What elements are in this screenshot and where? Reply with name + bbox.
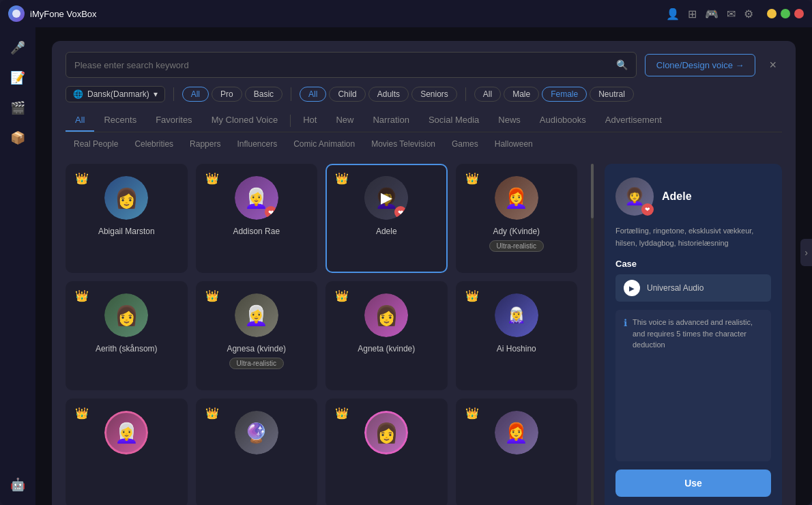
voice-card-agnesa[interactable]: 👑 👩‍🦳 Agnesa (kvinde) Ultra-realistic	[196, 281, 318, 390]
tab-hot[interactable]: Hot	[293, 109, 326, 132]
cat-halloween[interactable]: Halloween	[487, 136, 541, 152]
tab-my-cloned-voice[interactable]: My Cloned Voice	[202, 109, 288, 132]
modal-header: 🔍 Clone/Design voice → × 🌐 Dansk(Danmark…	[52, 41, 796, 156]
cat-movies-tv[interactable]: Movies Television	[363, 136, 444, 152]
window-close-button[interactable]: ✕	[794, 9, 804, 18]
main-layout: 🎤 📝 🎬 📦 🤖 🔍 Clone	[0, 27, 812, 505]
cat-influencers[interactable]: Influencers	[229, 136, 285, 152]
avatar-r2: 🔮	[235, 411, 278, 454]
sidebar-item-mic[interactable]: 🎤	[5, 35, 30, 60]
crown-icon: 👑	[75, 172, 89, 185]
avatar-addison: 👩‍🦳 ❤	[235, 176, 278, 220]
clone-design-voice-button[interactable]: Clone/Design voice →	[645, 54, 756, 76]
right-chevron-button[interactable]: ›	[800, 239, 812, 266]
voice-card-r3[interactable]: 👑 👩	[325, 399, 448, 505]
voice-grid-container[interactable]: 👑 👩 Abigail Marston 👑 👩‍🦳	[66, 164, 577, 505]
filter-seniors[interactable]: Seniors	[411, 87, 457, 102]
filter-divider-1	[173, 87, 174, 101]
svg-point-0	[12, 10, 20, 18]
use-voice-button[interactable]: Use	[615, 470, 771, 497]
minimize-button[interactable]: ─	[767, 9, 777, 18]
filter-basic[interactable]: Basic	[245, 87, 282, 102]
language-selector[interactable]: 🌐 Dansk(Danmark) ▾	[66, 86, 165, 102]
app-title: iMyFone VoxBox	[30, 9, 666, 19]
play-button[interactable]: ▶	[624, 280, 640, 296]
filter-male[interactable]: Male	[504, 87, 539, 102]
voice-name-aerith: Aerith (skånsom)	[96, 344, 158, 354]
tab-news[interactable]: News	[489, 109, 530, 132]
sidebar-item-film[interactable]: 🎬	[5, 96, 30, 120]
filter-all-tier[interactable]: All	[182, 87, 209, 102]
user-icon[interactable]: 👤	[666, 8, 680, 20]
content-area: 🔍 Clone/Design voice → × 🌐 Dansk(Danmark…	[35, 27, 812, 505]
scroll-track[interactable]	[591, 164, 594, 505]
detail-header: 👩‍🦱 ❤ Adele	[615, 177, 771, 216]
voice-card-r4[interactable]: 👑 👩‍🦰	[456, 399, 578, 505]
cat-celebrities[interactable]: Celebrities	[126, 136, 182, 152]
title-bar-controls: 👤 ⊞ 🎮 ✉ ⚙ ─ □ ✕	[666, 8, 804, 20]
crown-icon: 👑	[205, 407, 219, 420]
tab-narration[interactable]: Narration	[363, 109, 418, 132]
info-text: This voice is advanced and realistic, an…	[633, 317, 763, 454]
sidebar-item-text[interactable]: 📝	[5, 66, 30, 90]
tab-favorites[interactable]: Favorites	[146, 109, 201, 132]
sidebar-item-box[interactable]: 📦	[5, 126, 30, 150]
avatar-agnesa: 👩‍🦳	[235, 293, 278, 337]
avatar-r1: 👩‍🦳	[104, 411, 148, 454]
cat-real-people[interactable]: Real People	[66, 136, 126, 152]
audio-player[interactable]: ▶ Universal Audio	[615, 274, 771, 302]
sidebar-item-robot[interactable]: 🤖	[5, 472, 30, 497]
filter-child[interactable]: Child	[329, 87, 365, 102]
tab-social-media[interactable]: Social Media	[419, 109, 489, 132]
voice-card-r1[interactable]: 👑 👩‍🦳	[66, 399, 188, 505]
crown-icon: 👑	[335, 172, 349, 185]
tab-advertisement[interactable]: Advertisement	[596, 109, 671, 132]
voice-grid: 👑 👩 Abigail Marston 👑 👩‍🦳	[66, 164, 577, 505]
tab-new[interactable]: New	[326, 109, 363, 132]
crown-icon: 👑	[465, 172, 479, 185]
voice-card-aerith[interactable]: 👑 👩 Aerith (skånsom)	[66, 281, 188, 390]
voice-card-adele[interactable]: 👑 👩‍🦱 ▶ ❤ Adele	[325, 164, 448, 273]
voice-card-ady[interactable]: 👑 👩‍🦰 Ady (Kvinde) Ultra-realistic	[456, 164, 578, 273]
tab-row: All Recents Favorites My Cloned Voice Ho…	[66, 109, 782, 132]
windows-icon[interactable]: ⊞	[688, 8, 697, 20]
modal-close-button[interactable]: ×	[764, 55, 782, 75]
tab-recents[interactable]: Recents	[94, 109, 146, 132]
crown-icon: 👑	[335, 289, 349, 302]
heart-badge: ❤	[394, 206, 407, 218]
title-bar: iMyFone VoxBox 👤 ⊞ 🎮 ✉ ⚙ ─ □ ✕	[0, 0, 812, 27]
audio-label: Universal Audio	[647, 283, 704, 293]
avatar-agneta: 👩	[364, 293, 408, 337]
tab-all[interactable]: All	[66, 109, 94, 132]
globe-icon: 🌐	[73, 89, 83, 99]
filter-neutral[interactable]: Neutral	[590, 87, 634, 102]
filter-divider-2	[291, 87, 291, 101]
ultra-badge-ady: Ultra-realistic	[489, 240, 544, 252]
filter-female[interactable]: Female	[542, 87, 587, 102]
avatar-adele: 👩‍🦱 ▶ ❤	[364, 176, 408, 220]
voice-card-r2[interactable]: 👑 🔮	[196, 399, 318, 505]
cat-comic-animation[interactable]: Comic Animation	[285, 136, 363, 152]
settings-icon[interactable]: ⚙	[744, 8, 753, 20]
filter-pro[interactable]: Pro	[212, 87, 242, 102]
voice-card-agneta[interactable]: 👑 👩 Agneta (kvinde)	[325, 281, 448, 390]
cat-rappers[interactable]: Rappers	[182, 136, 229, 152]
voice-card-addison[interactable]: 👑 👩‍🦳 ❤ Addison Rae	[196, 164, 318, 273]
voice-card-ai[interactable]: 👑 🧝‍♀️ Ai Hoshino	[456, 281, 578, 390]
search-input[interactable]	[74, 60, 616, 70]
tab-audiobooks[interactable]: Audiobooks	[530, 109, 596, 132]
app-logo	[8, 5, 25, 22]
filter-adults[interactable]: Adults	[368, 87, 409, 102]
maximize-button[interactable]: □	[781, 9, 790, 18]
mail-icon[interactable]: ✉	[727, 8, 736, 20]
modal-overlay: 🔍 Clone/Design voice → × 🌐 Dansk(Danmark…	[35, 27, 812, 505]
filter-all-gender[interactable]: All	[474, 87, 501, 102]
crown-icon: 👑	[75, 407, 89, 420]
gamepad-icon[interactable]: 🎮	[705, 8, 719, 20]
ultra-badge-agnesa: Ultra-realistic	[229, 358, 284, 369]
crown-icon: 👑	[205, 172, 219, 185]
search-box[interactable]: 🔍	[66, 52, 637, 78]
cat-games[interactable]: Games	[444, 136, 487, 152]
filter-all-age[interactable]: All	[300, 87, 326, 102]
voice-card-abigail[interactable]: 👑 👩 Abigail Marston	[66, 164, 188, 273]
